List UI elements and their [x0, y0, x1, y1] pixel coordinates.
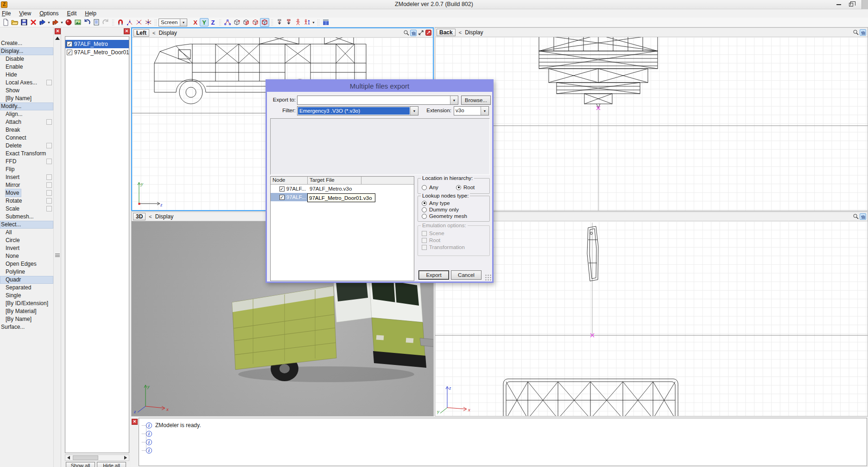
screen-mode-dropdown[interactable]: Screen▼	[158, 19, 187, 26]
objects-mode-icon[interactable]	[260, 18, 269, 27]
menu-view[interactable]: View	[15, 10, 35, 17]
viewport-plan-canvas[interactable]: z x y	[435, 221, 868, 416]
radio-root[interactable]: Root	[456, 185, 475, 190]
column-empty[interactable]	[361, 177, 414, 185]
title-bar[interactable]: Z ZModeler ver 2.0.7 (Build 802)	[0, 0, 868, 9]
sidebar-item-select[interactable]: Select...	[0, 221, 53, 229]
scroll-grip-icon[interactable]	[55, 254, 60, 257]
sidebar-item-separated[interactable]: Separated	[0, 284, 53, 292]
import-dropdown-icon[interactable]: ▼	[47, 21, 51, 24]
hide-all-button[interactable]: Hide all	[97, 462, 126, 467]
viewport-back[interactable]: Back < Display	[435, 27, 868, 211]
close-log-panel-icon[interactable]: ✕	[132, 419, 138, 425]
command-checkbox[interactable]	[46, 159, 52, 164]
command-checkbox[interactable]	[46, 206, 52, 211]
sidebar-item-scale[interactable]: Scale	[0, 205, 53, 213]
close-objects-panel-icon[interactable]: ✕	[124, 28, 130, 34]
radio-icon[interactable]	[422, 207, 427, 212]
sidebar-item-delete[interactable]: Delete	[0, 142, 53, 150]
sidebar-item-hide[interactable]: Hide	[0, 71, 53, 79]
chevron-down-icon[interactable]: ▼	[450, 96, 458, 104]
radio-icon[interactable]	[422, 201, 427, 206]
browse-button[interactable]: Browse...	[461, 96, 491, 105]
pan-hand-icon[interactable]	[410, 30, 417, 36]
object-checkbox[interactable]: ✓	[67, 50, 72, 55]
object-row[interactable]: ✓97ALF_Metro	[65, 40, 129, 48]
viewport-left-label[interactable]: Left	[133, 29, 149, 37]
row-checkbox[interactable]: ✓	[279, 186, 285, 192]
bones-figure-icon[interactable]	[293, 18, 303, 27]
close-button[interactable]	[862, 0, 868, 9]
import-icon[interactable]	[38, 18, 47, 27]
sidebar-item-connect[interactable]: Connect	[0, 134, 53, 142]
snap-axes-icon[interactable]	[144, 18, 153, 27]
sidebar-item-show[interactable]: Show	[0, 87, 53, 95]
morph-group-icon[interactable]	[303, 18, 312, 27]
sidebar-item-by-name-display[interactable]: [By Name]	[0, 95, 53, 102]
chevron-down-icon[interactable]: ▼	[481, 107, 488, 115]
row-checkbox[interactable]: ✓	[279, 195, 285, 200]
viewport-collapse-arrow[interactable]: <	[149, 214, 152, 219]
log-item[interactable]: i	[139, 429, 867, 438]
sidebar-item-modify[interactable]: Modify...	[0, 102, 53, 110]
target-file-edit-input[interactable]	[307, 193, 375, 202]
viewport-back-label[interactable]: Back	[437, 29, 456, 36]
resize-grip-icon[interactable]	[485, 274, 491, 281]
sidebar-item-attach[interactable]: Attach	[0, 118, 53, 126]
table-row[interactable]: ✓97ALF... 97ALF_Metro.v3o	[271, 185, 414, 193]
sidebar-item-none[interactable]: None	[0, 252, 53, 260]
viewport-back-canvas[interactable]	[435, 37, 868, 211]
radio-icon[interactable]	[456, 185, 461, 190]
command-checkbox[interactable]	[46, 174, 52, 180]
column-target-file[interactable]: Target File	[308, 177, 361, 185]
scroll-up-icon[interactable]	[55, 37, 60, 40]
scroll-thumb[interactable]	[73, 455, 98, 460]
sidebar-item-all[interactable]: All	[0, 229, 53, 237]
restore-button[interactable]	[846, 1, 856, 8]
log-item[interactable]: i	[139, 438, 867, 446]
polygons-mode-icon[interactable]	[241, 18, 251, 27]
axis-y-button[interactable]: Y	[200, 18, 209, 26]
sidebar-item-rotate[interactable]: Rotate	[0, 197, 53, 205]
sidebar-item-polyline[interactable]: Polyline	[0, 268, 53, 276]
sidebar-item-single[interactable]: Single	[0, 292, 53, 300]
sidebar-item-quadr[interactable]: Quadr	[0, 276, 53, 284]
menu-options[interactable]: Options	[35, 10, 63, 17]
column-node[interactable]: Node	[271, 177, 308, 185]
sidebar-item-align[interactable]: Align...	[0, 110, 53, 118]
zoom-tool-icon[interactable]	[403, 30, 409, 36]
snap-vertex-icon[interactable]	[125, 18, 134, 27]
commands-scrollbar[interactable]: ✕	[53, 27, 61, 467]
sidebar-item-by-material[interactable]: [By Material]	[0, 307, 53, 315]
scroll-right-icon[interactable]	[124, 456, 127, 460]
sidebar-item-by-name-select[interactable]: [By Name]	[0, 315, 53, 323]
objects-list[interactable]: ✓97ALF_Metro ✓97ALF_Metro_Door01	[65, 36, 129, 453]
command-checkbox[interactable]	[46, 182, 52, 188]
sidebar-item-submesh[interactable]: Submesh...	[0, 213, 53, 221]
axis-z-button[interactable]: Z	[209, 18, 217, 26]
command-checkbox[interactable]	[46, 198, 52, 204]
sidebar-item-ffd[interactable]: FFD	[0, 158, 53, 166]
menu-help[interactable]: Help	[81, 10, 101, 17]
viewport-collapse-arrow[interactable]: <	[459, 30, 462, 35]
menu-edit[interactable]: Edit	[63, 10, 81, 17]
fullscreen-red-icon[interactable]	[425, 30, 431, 36]
sidebar-item-disable[interactable]: Disable	[0, 55, 53, 63]
surfaces-mode-icon[interactable]	[251, 18, 260, 27]
radio-geometry-mesh[interactable]: Geometry mesh	[422, 213, 467, 219]
chevron-down-icon[interactable]: ▼	[180, 19, 187, 26]
filter-selected-icon[interactable]	[275, 18, 284, 27]
snap-edge-icon[interactable]	[134, 18, 144, 27]
pan-hand-icon[interactable]	[860, 29, 866, 36]
cancel-button[interactable]: Cancel	[451, 270, 482, 280]
sidebar-item-break[interactable]: Break	[0, 126, 53, 134]
texture-icon[interactable]	[73, 18, 82, 27]
command-checkbox[interactable]	[46, 119, 52, 125]
command-checkbox[interactable]	[46, 80, 52, 85]
minimize-button[interactable]	[834, 1, 844, 8]
viewport-mode-display[interactable]: Display	[465, 29, 483, 36]
close-commands-panel-icon[interactable]: ✕	[55, 28, 61, 34]
sidebar-item-move[interactable]: Move	[0, 189, 53, 197]
log-document-icon[interactable]	[92, 18, 101, 27]
export-button[interactable]: Export	[418, 270, 449, 280]
